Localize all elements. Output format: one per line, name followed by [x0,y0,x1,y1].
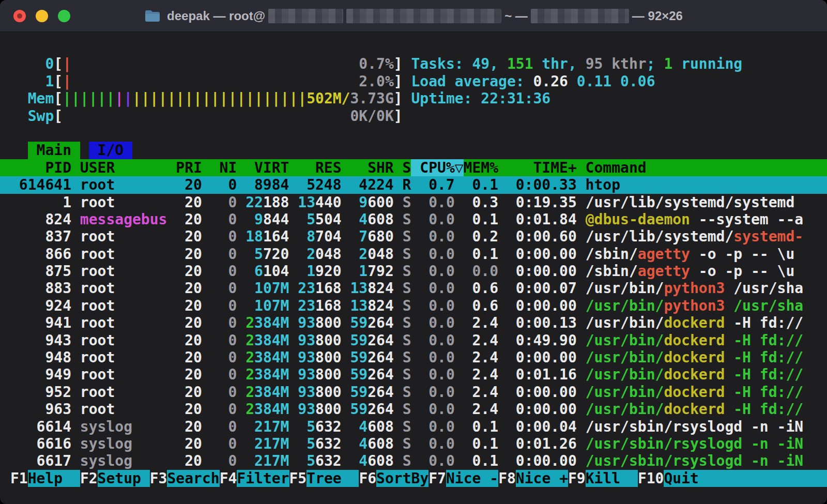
fkey-filter-button[interactable]: Filter [237,470,289,487]
fkey-quit-button[interactable]: Quit [664,470,698,487]
terminal-text: /usr/sbin/rsyslogd -n -iN [586,435,803,452]
meter-cpu0: 0[| 0.7%] Tasks: 49, 151 thr, 95 kthr; 1… [0,55,827,72]
terminal-text: 0.1 [464,246,507,263]
process-row-883[interactable]: 883 root 20 0 107M 23168 13824 S 0.0 0.6… [0,280,827,297]
tab-io[interactable]: I/O [89,142,132,159]
terminal-text: S [403,384,420,401]
fkey-f9[interactable]: F9 [568,470,586,487]
process-row-614641[interactable]: 614641 root 20 0 8984 5248 4224 R 0.7 0.… [0,176,827,193]
terminal-text: | [63,73,71,90]
fkey-f10[interactable]: F10 [638,470,664,487]
terminal-text: 0.26 [533,73,568,90]
terminal-text: thr, [533,55,586,72]
process-row-837[interactable]: 837 root 20 0 18164 8704 7680 S 0.0 0.2 … [0,228,827,245]
terminal-text: 0.0 [420,194,463,211]
fkey-nice-plus-button[interactable]: Nice + [516,470,568,487]
terminal-text: 2 [246,401,254,418]
fkey-setup-button[interactable]: Setup [98,470,150,487]
process-row-6616[interactable]: 6616 syslog 20 0 217M 5632 4608 S 0.0 0.… [0,435,827,452]
column-header-cpu-sort[interactable]: CPU%▽ [411,159,463,176]
terminal-text: 217M [246,452,298,469]
terminal-text: 5 [298,418,315,435]
process-row-1[interactable]: 1 root 20 0 22188 13440 9600 S 0.0 0.3 0… [0,194,827,211]
terminal-text: python3 [664,297,725,314]
terminal-text: 2.4 [464,366,507,383]
terminal-text: 4 [350,435,367,452]
terminal-text: /usr/bin/ [586,349,664,366]
fkey-help-button[interactable]: Help [28,470,80,487]
terminal-text: 1 root [10,194,176,211]
tab-main[interactable]: Main [28,142,80,159]
terminal-text: S [403,314,420,331]
fkey-nice-minus-button[interactable]: Nice - [446,470,498,487]
terminal-text: 0.0 [420,452,463,469]
terminal-text: 93 [298,332,315,349]
terminal-text: 943 root [10,332,176,349]
terminal-text: 6616 [10,435,80,452]
terminal-text: 0.1 [464,452,507,469]
terminal-text: /usr/lib/systemd/systemd [586,194,795,211]
fkey-f8[interactable]: F8 [498,470,516,487]
process-row-924[interactable]: 924 root 20 0 107M 23168 13824 S 0.0 0.6… [0,297,827,314]
terminal-text: syslog [80,435,176,452]
process-row-963[interactable]: 963 root 20 0 2384M 93800 59264 S 0.0 2.… [0,401,827,418]
fkey-f5[interactable]: F5 [289,470,307,487]
terminal-text: /usr/bin/ [586,384,664,401]
terminal-text: 0:00.00 [507,401,586,418]
terminal-text: 5 [298,435,315,452]
terminal-text: 824 [367,280,402,297]
fkey-f1[interactable]: F1 [10,470,28,487]
process-row-875[interactable]: 875 root 20 0 6104 1920 1792 S 0.0 0.0 0… [0,263,827,280]
terminal-text: 188 [263,194,298,211]
terminal-text: 963 root [10,401,176,418]
terminal-text: 0.0 [420,349,463,366]
fkey-kill-button[interactable]: Kill [586,470,638,487]
process-row-948[interactable]: 948 root 20 0 2384M 93800 59264 S 0.0 2.… [0,349,827,366]
terminal-text: S [403,194,420,211]
process-row-824[interactable]: 824 messagebus 20 0 9844 5504 4608 S 0.0… [0,211,827,228]
terminal-window: deepak — root@ ~ — — 92×26 0[| 0.7%] Tas… [0,0,827,504]
terminal-text: 1 [350,263,367,280]
terminal-text: 0:00.60 [507,228,586,245]
fkey-f2[interactable]: F2 [80,470,98,487]
terminal-text: /usr/bin/ [586,297,664,314]
terminal-text: 2 [246,349,254,366]
terminal-text: ] [394,73,403,90]
process-row-866[interactable]: 866 root 20 0 5720 2048 2048 S 0.0 0.1 0… [0,246,827,263]
process-row-943[interactable]: 943 root 20 0 2384M 93800 59264 S 0.0 2.… [0,332,827,349]
terminal-text: 0 [211,384,246,401]
terminal-text: 2 [246,332,254,349]
column-headers-right[interactable]: MEM% TIME+ Command [464,159,647,176]
terminal-text: 264 [367,366,402,383]
fkey-f6[interactable]: F6 [359,470,376,487]
terminal-text: 264 [367,314,402,331]
terminal-text: 704 [315,228,350,245]
fkey-f3[interactable]: F3 [150,470,167,487]
terminal-text: 5 [298,211,315,228]
fkey-tree-button[interactable]: Tree [307,470,359,487]
fkey-sortby-button[interactable]: SortBy [376,470,428,487]
fkey-search-button[interactable]: Search [167,470,219,487]
terminal-text [568,73,577,90]
terminal-text: 0 [211,194,246,211]
terminal-text: ] [394,108,403,125]
process-row-952[interactable]: 952 root 20 0 2384M 93800 59264 S 0.0 2.… [0,384,827,401]
terminal-text: 2.4 [464,384,507,401]
terminal-text: 4 [350,211,367,228]
terminal-text: agetty [638,263,690,280]
terminal-text: 2.4 [464,332,507,349]
column-headers[interactable]: PID USER PRI NI VIRT RES SHR S [10,159,411,176]
terminal-text: 20 [176,401,210,418]
terminal-text: 49 [472,55,489,72]
fkey-f7[interactable]: F7 [428,470,446,487]
process-row-949[interactable]: 949 root 20 0 2384M 93800 59264 S 0.0 2.… [0,366,827,383]
terminal-text: python3 [664,280,725,297]
terminal-text: 13 [350,297,367,314]
process-row-6614[interactable]: 6614 syslog 20 0 217M 5632 4608 S 0.0 0.… [0,418,827,435]
fkey-f4[interactable]: F4 [220,470,237,487]
terminal-text: 0.0 [420,263,463,280]
terminal-text: 0:00.00 [507,384,586,401]
terminal-text: 107M [246,297,298,314]
process-row-941[interactable]: 941 root 20 0 2384M 93800 59264 S 0.0 2.… [0,314,827,331]
process-row-6617[interactable]: 6617 syslog 20 0 217M 5632 4608 S 0.0 0.… [0,452,827,469]
